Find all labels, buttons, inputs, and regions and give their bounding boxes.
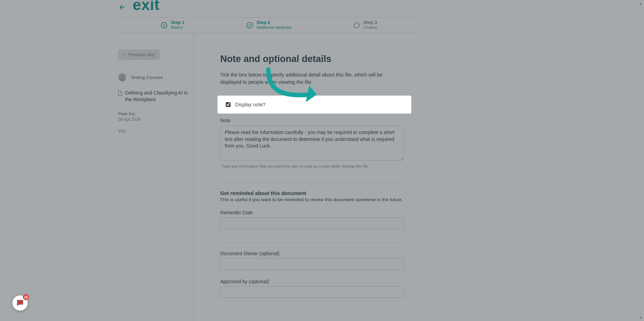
scrollbar-down-icon[interactable]: ▼ [639, 315, 643, 320]
svg-point-0 [161, 22, 167, 28]
svg-point-5 [21, 302, 22, 303]
chat-widget-button[interactable]: 16 [12, 295, 28, 311]
reminder-date-label: Reminder Date [220, 210, 415, 215]
document-version: V02 [118, 129, 190, 134]
display-note-label: Display note? [235, 102, 266, 107]
svg-point-1 [247, 22, 253, 28]
top-header: exit [116, 0, 422, 18]
display-note-row[interactable]: Display note? [220, 98, 409, 112]
previous-step-button[interactable]: ← Previous step [118, 50, 160, 60]
note-textarea[interactable] [220, 125, 404, 161]
step-3-label: Finalise [364, 25, 377, 30]
scrollbar-up-icon[interactable]: ▲ [639, 1, 643, 6]
step-2-label: Additional attributes [257, 25, 292, 30]
check-circle-icon [161, 22, 168, 29]
back-arrow-icon[interactable] [117, 2, 126, 12]
document-date: 08 Apr 2024 [118, 117, 190, 122]
document-title: Defining and Classifying AI in the Workp… [125, 90, 190, 103]
svg-point-3 [19, 302, 19, 303]
display-note-highlight: Display note? [217, 96, 411, 114]
section-description: Tick the box below to specify additional… [220, 71, 404, 86]
exit-title[interactable]: exit [133, 0, 160, 12]
chat-badge: 16 [23, 294, 29, 300]
svg-point-2 [354, 23, 359, 28]
divider [220, 243, 404, 243]
divider [220, 182, 404, 182]
circle-outline-icon [353, 22, 360, 29]
company-name: Pear Inc. [118, 111, 190, 116]
document-title-row: Defining and Classifying AI in the Workp… [118, 90, 190, 103]
step-1-num: Step 1 [171, 20, 185, 25]
body-wrap: ← Previous step Testing Courses Defining… [116, 33, 422, 321]
step-1-label: Basics [171, 25, 185, 30]
note-hint: Type any information that you want the u… [222, 164, 415, 168]
step-indicator: Step 1 Basics Step 2 Additional attribut… [116, 18, 422, 33]
step-2[interactable]: Step 2 Additional attributes [221, 20, 317, 30]
step-3[interactable]: Step 3 Finalise [317, 20, 413, 30]
step-2-num: Step 2 [257, 20, 292, 25]
course-name: Testing Courses [131, 75, 163, 80]
step-1[interactable]: Step 1 Basics [124, 20, 221, 30]
display-note-checkbox[interactable] [226, 102, 231, 107]
reminder-description: This is useful if you want to be reminde… [220, 197, 415, 202]
check-circle-icon [246, 22, 253, 29]
reminder-date-input[interactable] [220, 217, 404, 229]
svg-point-4 [20, 302, 21, 303]
course-header: Testing Courses [118, 73, 190, 81]
note-label: Note [220, 118, 415, 123]
reminder-heading: Get reminded about this document [220, 190, 415, 196]
section-title: Note and optional details [220, 54, 415, 64]
document-icon [118, 91, 122, 96]
step-3-num: Step 3 [364, 20, 377, 25]
owner-label: Document Owner (optional) [220, 251, 415, 256]
approved-by-label: Approved by (optional) [220, 279, 415, 284]
document-owner-input[interactable] [220, 258, 404, 270]
left-pane: ← Previous step Testing Courses Defining… [116, 33, 194, 321]
approved-by-input[interactable] [220, 286, 404, 298]
right-pane: Note and optional details Tick the box b… [194, 33, 422, 321]
avatar-icon [118, 73, 126, 81]
